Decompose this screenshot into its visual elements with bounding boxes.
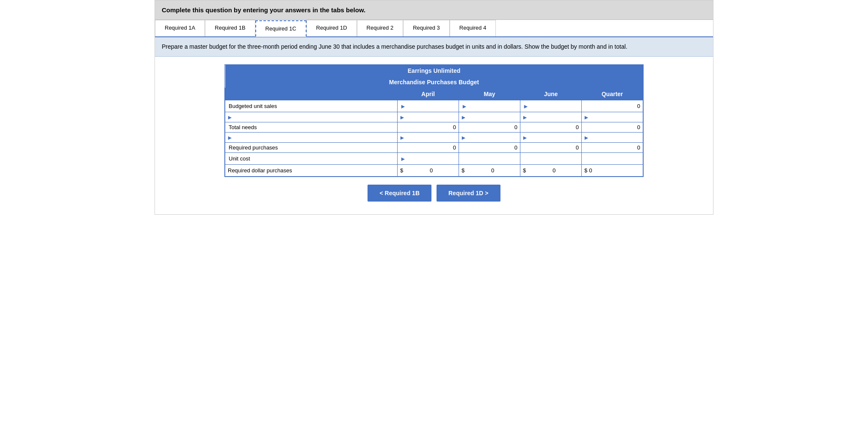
input2-april[interactable]: ► [398, 133, 459, 143]
input-row2-april[interactable] [406, 133, 457, 141]
input-budgeted-unit-sales-may[interactable] [468, 102, 517, 110]
input-row2-may[interactable] [467, 133, 518, 141]
required-dollar-quarter-val: 0 [589, 167, 592, 174]
input-row2-label[interactable] [234, 133, 395, 141]
instruction-banner: Complete this question by entering your … [155, 0, 713, 20]
input-unit-cost-april[interactable] [407, 155, 456, 163]
input-budgeted-unit-sales-april[interactable] [407, 102, 456, 110]
input1-june[interactable]: ► [520, 112, 582, 122]
required-dollar-purchases-quarter: $ 0 [582, 165, 643, 177]
table-header-row: April May June Quarter [225, 88, 643, 100]
tab-required-2[interactable]: Required 2 [357, 20, 404, 36]
next-button[interactable]: Required 1D > [437, 185, 500, 202]
input2-may[interactable]: ► [459, 133, 520, 143]
required-dollar-purchases-may[interactable]: $ [459, 165, 520, 177]
arrow-icon: ► [227, 134, 233, 141]
budget-title: Merchandise Purchases Budget [225, 77, 643, 88]
unit-cost-quarter [582, 153, 643, 165]
total-needs-may: 0 [459, 122, 520, 133]
nav-buttons: < Required 1B Required 1D > [163, 185, 705, 202]
input-row1-april[interactable] [406, 113, 457, 121]
arrow-icon: ► [583, 114, 589, 121]
prev-button[interactable]: < Required 1B [368, 185, 431, 202]
required-dollar-purchases-label: Required dollar purchases [225, 165, 398, 177]
input-row2-june[interactable] [529, 133, 580, 141]
required-purchases-quarter: 0 [582, 143, 643, 153]
input-budgeted-unit-sales-june[interactable] [530, 102, 579, 110]
input2-june[interactable]: ► [520, 133, 582, 143]
dollar-sign-june: $ [523, 167, 526, 174]
input1-label-cell[interactable]: ► [225, 112, 398, 122]
arrow-icon: ► [583, 134, 589, 141]
total-needs-june: 0 [520, 122, 582, 133]
table-row-required-dollar-purchases: Required dollar purchases $ $ [225, 165, 643, 177]
total-needs-label: Total needs [225, 122, 398, 133]
budget-table: Earrings Unlimited Merchandise Purchases… [225, 65, 643, 177]
input2-label-cell[interactable]: ► [225, 133, 398, 143]
input-row1-june[interactable] [529, 113, 580, 121]
budget-table-wrapper: Earrings Unlimited Merchandise Purchases… [224, 64, 644, 177]
table-row-input2: ► ► ► [225, 133, 643, 143]
input-required-dollar-may[interactable] [466, 166, 496, 174]
col-label-header [225, 88, 398, 100]
description-text: Prepare a master budget for the three-mo… [155, 37, 713, 57]
arrow-icon: ► [522, 134, 528, 141]
table-row-input1: ► ► ► [225, 112, 643, 122]
tab-required-1a[interactable]: Required 1A [155, 20, 205, 36]
company-name: Earrings Unlimited [225, 65, 643, 77]
budgeted-unit-sales-may[interactable]: ► [459, 100, 520, 112]
arrow-icon: ► [461, 114, 467, 121]
arrow-icon: ► [399, 134, 405, 141]
input-row1-may[interactable] [467, 113, 518, 121]
tabs-row: Required 1A Required 1B Required 1C Requ… [155, 20, 713, 37]
budgeted-unit-sales-label: Budgeted unit sales [225, 100, 398, 112]
col-june-header: June [520, 88, 582, 100]
unit-cost-may [459, 153, 520, 165]
arrow-icon: ► [227, 114, 233, 121]
unit-cost-april[interactable]: ► [398, 153, 459, 165]
total-needs-quarter: 0 [582, 122, 643, 133]
required-purchases-april: 0 [398, 143, 459, 153]
dollar-sign-april: $ [400, 167, 403, 174]
unit-cost-label: Unit cost [225, 153, 398, 165]
input-row1-quarter[interactable] [590, 113, 641, 121]
arrow-icon: ► [400, 103, 406, 110]
col-quarter-header: Quarter [582, 88, 643, 100]
arrow-icon: ► [462, 103, 467, 110]
table-company-row: Earrings Unlimited [225, 65, 643, 77]
col-april-header: April [398, 88, 459, 100]
input-row1-label[interactable] [234, 113, 395, 121]
tab-required-1d[interactable]: Required 1D [307, 20, 357, 36]
unit-cost-june [520, 153, 582, 165]
input1-quarter[interactable]: ► [582, 112, 643, 122]
arrow-icon: ► [399, 114, 405, 121]
required-purchases-label: Required purchases [225, 143, 398, 153]
input1-may[interactable]: ► [459, 112, 520, 122]
tab-required-4[interactable]: Required 4 [450, 20, 496, 36]
tab-required-1b[interactable]: Required 1B [205, 20, 255, 36]
total-needs-april: 0 [398, 122, 459, 133]
tab-required-1c[interactable]: Required 1C [255, 20, 307, 37]
budgeted-unit-sales-april[interactable]: ► [398, 100, 459, 112]
input1-april[interactable]: ► [398, 112, 459, 122]
input-required-dollar-april[interactable] [405, 166, 434, 174]
arrow-icon: ► [400, 155, 406, 162]
input-row2-quarter[interactable] [590, 133, 641, 141]
budgeted-unit-sales-june[interactable]: ► [520, 100, 582, 112]
table-row-required-purchases: Required purchases 0 0 0 0 [225, 143, 643, 153]
arrow-icon: ► [522, 114, 528, 121]
col-may-header: May [459, 88, 520, 100]
arrow-icon: ► [461, 134, 467, 141]
table-row-budgeted-unit-sales: Budgeted unit sales ► ► [225, 100, 643, 112]
input-required-dollar-june[interactable] [528, 166, 557, 174]
required-dollar-purchases-june[interactable]: $ [520, 165, 582, 177]
main-content: Earrings Unlimited Merchandise Purchases… [155, 57, 713, 214]
input2-quarter[interactable]: ► [582, 133, 643, 143]
dollar-sign-may: $ [462, 167, 464, 174]
budgeted-unit-sales-quarter: 0 [582, 100, 643, 112]
dollar-sign-quarter: $ [584, 167, 587, 174]
required-dollar-purchases-april[interactable]: $ [398, 165, 459, 177]
tab-required-3[interactable]: Required 3 [403, 20, 450, 36]
required-purchases-june: 0 [520, 143, 582, 153]
required-purchases-may: 0 [459, 143, 520, 153]
